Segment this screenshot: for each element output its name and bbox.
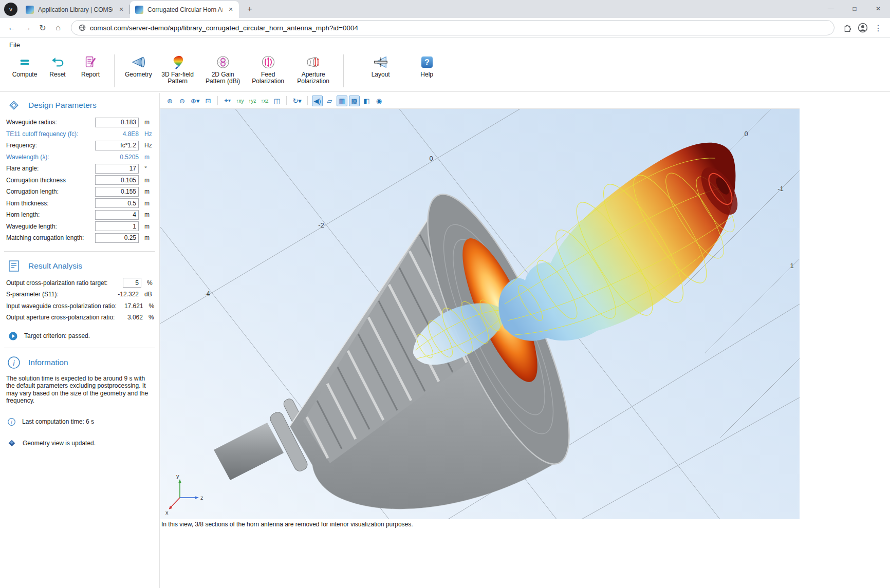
param-row: Matching corrugation length: m — [0, 232, 159, 244]
section-divider — [4, 251, 155, 252]
rotate-view-icon[interactable]: ↻▾ — [291, 96, 303, 106]
browser-tab-active[interactable]: Corrugated Circular Horn Anten ✕ — [130, 1, 239, 18]
reset-button[interactable]: Reset — [41, 52, 74, 79]
site-info-icon[interactable] — [79, 24, 86, 31]
param-row: Waveguide radius: m — [0, 117, 159, 128]
compute-button[interactable]: Compute — [8, 52, 41, 79]
view-caption: In this view, 3/8 sections of the horn a… — [161, 521, 413, 528]
farfield-3d-button[interactable]: 3D Far-field Pattern — [155, 52, 200, 86]
geometry-button[interactable]: Geometry — [122, 52, 155, 79]
frequency-input[interactable] — [95, 141, 139, 150]
layout-button[interactable]: Layout — [364, 52, 397, 79]
zoom-out-icon[interactable]: ⊖ — [177, 96, 188, 106]
aperture-polarization-button[interactable]: Aperture Polarization — [291, 52, 336, 86]
extensions-icon[interactable] — [840, 20, 855, 35]
param-row: Horn length: m — [0, 209, 159, 221]
wavelength-value: 0.5205 — [95, 154, 139, 161]
view-yz-icon[interactable]: ↑yz — [247, 96, 257, 106]
report-button[interactable]: Report — [74, 52, 107, 79]
param-row: Flare angle: ° — [0, 163, 159, 175]
profile-avatar-icon[interactable] — [855, 20, 870, 35]
report-icon — [83, 54, 98, 70]
horn-thickness-input[interactable] — [95, 198, 139, 208]
forward-icon[interactable]: → — [20, 20, 35, 35]
geometry-updated-row: Geometry view is updated. — [0, 439, 159, 447]
design-parameters-header: Design Parameters — [0, 97, 159, 113]
url-bar[interactable]: comsol.com/server-demo/app/library_corru… — [71, 20, 835, 35]
play-badge-icon — [9, 332, 17, 340]
graphics-toolbar: ⊕ ⊖ ⊕▾ ⊡ ⌖▾ ↑xy ↑yz ↑xz ◫ ↻▾ ◀) ▱ ▦ ▩ ◧ … — [160, 93, 800, 109]
file-menu[interactable]: File — [6, 40, 23, 50]
zoom-in-icon[interactable]: ⊕ — [164, 96, 175, 106]
screenshot-icon[interactable]: ◉ — [374, 96, 384, 106]
toolbar-separator — [217, 96, 218, 105]
section-title: Design Parameters — [28, 101, 97, 110]
horn-length-input[interactable] — [95, 210, 139, 220]
url-text: comsol.com/server-demo/app/library_corru… — [90, 24, 358, 32]
svg-text:i: i — [11, 420, 13, 425]
s-parameter-value: -12.322 — [95, 291, 139, 298]
app-ribbon: Compute Reset Report Geometry 3D Far-fie… — [0, 51, 890, 92]
scene-light-toggle-icon[interactable]: ▩ — [349, 96, 360, 106]
image-export-icon[interactable]: ◫ — [271, 96, 282, 106]
triad-y-label: y — [176, 473, 179, 479]
output-cross-pol-value: 3.062 — [115, 314, 142, 321]
waveguide-length-input[interactable] — [95, 221, 139, 231]
cross-pol-target-input[interactable] — [123, 278, 141, 288]
gain-2d-icon — [215, 54, 231, 70]
menu-icon[interactable]: ⋮ — [870, 20, 886, 35]
gain-2d-button[interactable]: 2D Gain Pattern (dBi) — [200, 52, 246, 86]
back-icon[interactable]: ← — [4, 20, 20, 35]
tab-close-icon[interactable]: ✕ — [227, 6, 235, 14]
feed-polarization-button[interactable]: Feed Polarization — [246, 52, 291, 86]
view-xy-icon[interactable]: ↑xy — [234, 96, 245, 106]
home-icon[interactable]: ⌂ — [50, 20, 66, 35]
tab-search-button[interactable]: v — [4, 3, 17, 16]
corrugation-thickness-input[interactable] — [95, 175, 139, 185]
maximize-icon[interactable]: □ — [843, 0, 866, 17]
view-xz-icon[interactable]: ↑xz — [259, 96, 270, 106]
param-row-computed: Wavelength (λ): 0.5205 m — [0, 151, 159, 163]
transparency-toggle-icon[interactable]: ▱ — [324, 96, 335, 106]
default-view-icon[interactable]: ⌖▾ — [222, 96, 233, 106]
reset-icon — [50, 54, 65, 70]
input-cross-pol-value: 17.621 — [117, 302, 143, 310]
matching-corrugation-length-input[interactable] — [95, 233, 139, 243]
corrugation-length-input[interactable] — [95, 187, 139, 197]
close-icon[interactable]: ✕ — [866, 0, 890, 17]
triad-x-label: x — [165, 509, 169, 516]
last-computation-row: i Last computation time: 6 s — [0, 418, 159, 426]
reload-icon[interactable]: ↻ — [35, 20, 50, 35]
triad-z-label: z — [200, 495, 203, 501]
param-row: Horn thickness: m — [0, 198, 159, 210]
speaker-toggle-icon[interactable]: ◀) — [312, 96, 323, 106]
comsol-favicon — [135, 6, 143, 14]
help-button[interactable]: ? Help — [411, 52, 443, 79]
information-body: The solution time is expected to be arou… — [0, 374, 159, 405]
grid-toggle-icon[interactable]: ▦ — [337, 96, 347, 106]
waveguide-radius-input[interactable] — [95, 118, 139, 127]
comsol-favicon — [26, 6, 34, 14]
tab-close-icon[interactable]: ✕ — [117, 6, 125, 14]
toolbar-separator — [286, 96, 287, 105]
layout-icon — [373, 54, 388, 70]
param-row: Corrugation thickness m — [0, 175, 159, 186]
3d-viewport[interactable]: 0 -2 -4 0 -1 1 y z x — [160, 109, 800, 519]
browser-navbar: ← → ↻ ⌂ comsol.com/server-demo/app/libra… — [0, 18, 890, 38]
te11-cutoff-value: 4.8E8 — [95, 130, 139, 138]
contrast-toggle-icon[interactable]: ◧ — [361, 96, 372, 106]
svg-text:-1: -1 — [777, 185, 784, 193]
browser-tab-inactive[interactable]: Application Library | COMSOL S ✕ — [21, 1, 129, 18]
geometry-updated-text: Geometry view is updated. — [23, 440, 96, 447]
farfield-3d-icon — [170, 54, 186, 70]
flare-angle-input[interactable] — [95, 164, 139, 174]
minimize-icon[interactable]: — — [819, 0, 843, 17]
help-icon: ? — [419, 54, 435, 70]
new-tab-button[interactable]: + — [243, 3, 256, 16]
info-small-icon: i — [8, 418, 15, 426]
tab-title: Application Library | COMSOL S — [38, 6, 113, 13]
svg-text:0: 0 — [744, 130, 748, 138]
zoom-box-icon[interactable]: ⊕▾ — [189, 96, 201, 106]
3d-scene[interactable]: 0 -2 -4 0 -1 1 y z x — [160, 109, 800, 519]
zoom-extents-icon[interactable]: ⊡ — [202, 96, 213, 106]
